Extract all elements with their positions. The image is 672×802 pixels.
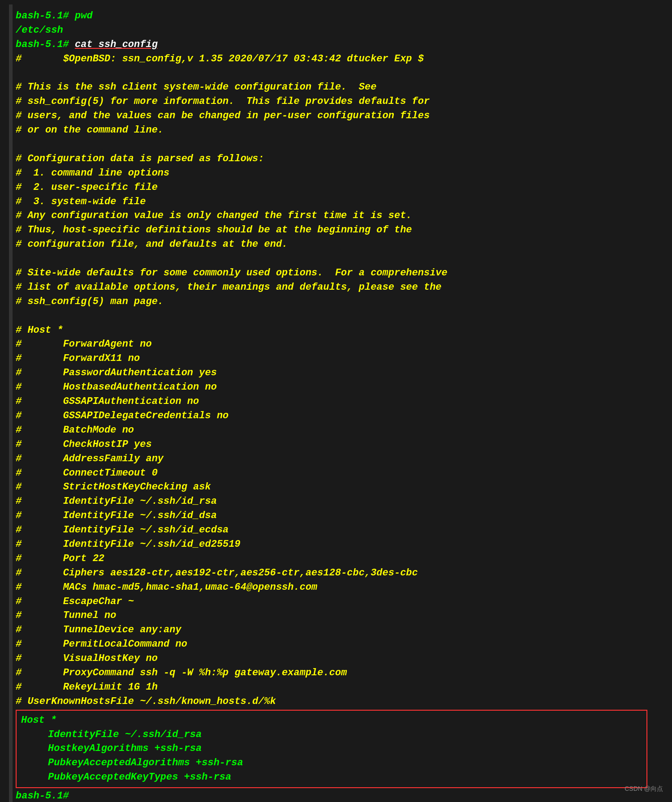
line-identityfile-ed25519: # IdentityFile ~/.ssh/id_ed25519: [16, 537, 656, 552]
block-host-line: Host *: [21, 713, 642, 728]
line-comment8: # 3. system-wide file: [16, 195, 656, 209]
block-pubkeyacceptedalgorithms: PubkeyAcceptedAlgorithms +ssh-rsa: [21, 756, 642, 770]
line-comment7: # 2. user-specific file: [16, 180, 656, 195]
line-comment5: # Configuration data is parsed as follow…: [16, 152, 656, 166]
line-comment2: # ssh_config(5) for more information. Th…: [16, 94, 656, 109]
line-comment6: # 1. command line options: [16, 166, 656, 180]
line-forwardagent: # ForwardAgent no: [16, 337, 656, 352]
blank3: [16, 252, 656, 266]
left-bar: [9, 4, 13, 802]
block-pubkeyacceptedkeytypes: PubkeyAcceptedKeyTypes +ssh-rsa: [21, 770, 642, 785]
line-permitlocalcommand: # PermitLocalCommand no: [16, 637, 656, 652]
line-final-prompt: bash-5.1#: [16, 789, 656, 802]
line-escapechar: # EscapeChar ~: [16, 595, 656, 609]
line-userknownhosts: # UserKnownHostsFile ~/.ssh/known_hosts.…: [16, 695, 656, 709]
line-visualhostkey: # VisualHostKey no: [16, 652, 656, 666]
line-pwd-output: /etc/ssh: [16, 23, 656, 38]
line-openBSD: # $OpenBSD: ssn_config,v 1.35 2020/07/17…: [16, 52, 656, 66]
line-identityfile-ecdsa: # IdentityFile ~/.ssh/id_ecdsa: [16, 523, 656, 537]
line-comment13: # list of available options, their meani…: [16, 280, 656, 295]
line-tunnel: # Tunnel no: [16, 609, 656, 623]
line-comment11: # configuration file, and defaults at th…: [16, 237, 656, 252]
line-checkhostip: # CheckHostIP yes: [16, 437, 656, 452]
line-comment1: # This is the ssh client system-wide con…: [16, 80, 656, 94]
line-rekeylimit: # RekeyLimit 1G 1h: [16, 680, 656, 695]
line-host-comment: # Host *: [16, 323, 656, 338]
line-port: # Port 22: [16, 552, 656, 566]
blank4: [16, 309, 656, 323]
line-identityfile-dsa: # IdentityFile ~/.ssh/id_dsa: [16, 509, 656, 523]
line-comment9: # Any configuration value is only change…: [16, 209, 656, 223]
line-comment4: # or on the command line.: [16, 123, 656, 137]
block-hostkeyalgorithms: HostkeyAlgorithms +ssh-rsa: [21, 742, 642, 756]
highlighted-config-block: Host * IdentityFile ~/.ssh/id_rsa Hostke…: [16, 710, 647, 788]
line-addressfamily: # AddressFamily any: [16, 452, 656, 466]
line-macs: # MACs hmac-md5,hmac-sha1,umac-64@openss…: [16, 580, 656, 595]
line-identityfile-rsa: # IdentityFile ~/.ssh/id_rsa: [16, 494, 656, 509]
line-proxycommand: # ProxyCommand ssh -q -W %h:%p gateway.e…: [16, 666, 656, 680]
blank1: [16, 66, 656, 81]
line-gssapidelegate: # GSSAPIDelegateCredentials no: [16, 409, 656, 423]
line-comment14: # ssh_config(5) man page.: [16, 295, 656, 309]
line-comment3: # users, and the values can be changed i…: [16, 109, 656, 123]
line-gssapiauth: # GSSAPIAuthentication no: [16, 395, 656, 409]
line-cat-prompt: bash-5.1# cat ssh_config: [16, 38, 656, 52]
line-stricthostkey: # StrictHostKeyChecking ask: [16, 480, 656, 494]
line-pwd-prompt: bash-5.1# pwd: [16, 9, 656, 23]
terminal: bash-5.1# pwd /etc/ssh bash-5.1# cat ssh…: [9, 4, 663, 802]
line-ciphers: # Ciphers aes128-ctr,aes192-ctr,aes256-c…: [16, 566, 656, 580]
line-batchmode: # BatchMode no: [16, 423, 656, 437]
line-tunneldevice: # TunnelDevice any:any: [16, 623, 656, 637]
line-comment10: # Thus, host-specific definitions should…: [16, 223, 656, 237]
block-identityfile: IdentityFile ~/.ssh/id_rsa: [21, 728, 642, 742]
line-comment12: # Site-wide defaults for some commonly u…: [16, 266, 656, 280]
line-forwardx11: # ForwardX11 no: [16, 352, 656, 366]
line-hostbasedauth: # HostbasedAuthentication no: [16, 380, 656, 395]
blank2: [16, 137, 656, 152]
watermark: CSDN @向点: [625, 784, 663, 793]
line-passwordauth: # PasswordAuthentication yes: [16, 366, 656, 380]
line-connecttimeout: # ConnectTimeout 0: [16, 466, 656, 480]
